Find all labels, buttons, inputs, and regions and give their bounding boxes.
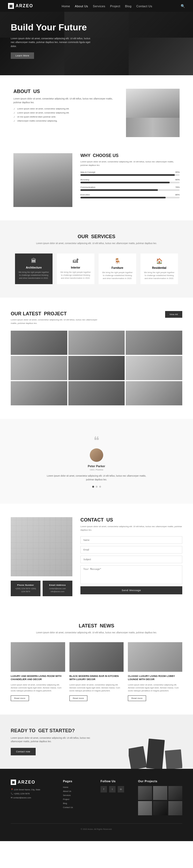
furniture-text: We bring the right people together to ch… bbox=[102, 271, 133, 280]
linkedin-icon[interactable]: in bbox=[118, 786, 124, 793]
project-thumb-7[interactable] bbox=[11, 381, 67, 405]
cta-box-1 bbox=[129, 746, 147, 769]
read-more-2[interactable]: Read more bbox=[69, 695, 88, 701]
news-thumb-3 bbox=[128, 642, 182, 672]
nav-link-home[interactable]: Home bbox=[62, 5, 70, 8]
search-icon[interactable]: 🔍 bbox=[181, 4, 185, 8]
footer-project-1[interactable] bbox=[138, 786, 152, 800]
dot-2[interactable] bbox=[96, 486, 98, 488]
project-thumb-2[interactable] bbox=[68, 331, 125, 355]
read-more-1[interactable]: Read more bbox=[11, 695, 29, 701]
footer-link-services[interactable]: Services bbox=[63, 794, 92, 797]
logo-icon bbox=[8, 3, 14, 9]
project-thumb-3[interactable] bbox=[126, 331, 182, 355]
testimonial-section: ❝ Peter Parker CEO, Pixelme Lorem ipsum … bbox=[0, 419, 193, 504]
hero-button[interactable]: Learn More bbox=[11, 53, 34, 59]
contact-form-area: CONTACT US Lorem ipsum dolor sit amet, c… bbox=[80, 517, 182, 594]
skill-accuracy: Accuracy 90% bbox=[80, 179, 180, 183]
facebook-icon[interactable]: f bbox=[101, 786, 107, 793]
footer-logo-icon bbox=[11, 780, 16, 785]
interior-icon: 🛋 bbox=[60, 258, 91, 264]
subject-field[interactable] bbox=[80, 556, 182, 563]
cta-button[interactable]: Contact now bbox=[11, 748, 36, 755]
furniture-icon: 🪑 bbox=[102, 258, 133, 264]
contact-section: Phone Number +(000) 1234 5678 +(000) 123… bbox=[0, 504, 193, 610]
contact-phone-value: +(000) 1234 5678 +(000) 1234 5679 bbox=[13, 587, 38, 593]
testimonial-name: Peter Parker bbox=[11, 465, 182, 468]
service-residential: 🏠 Residential We bring the right people … bbox=[141, 253, 178, 284]
testimonial-text: Lorem ipsum dolor sit amet, consectetur … bbox=[43, 474, 150, 482]
furniture-name: Furniture bbox=[102, 267, 133, 269]
footer-nav-links: Home About Us Services Project Blog Cont… bbox=[63, 786, 92, 809]
news-text-1: Lorem ipsum dolor sit amet, consectetur … bbox=[11, 683, 65, 692]
contact-description: Lorem ipsum dolor sit amet, consectetur … bbox=[80, 525, 182, 532]
hero-title: Build Your Future bbox=[11, 22, 182, 33]
about-list-item: Lorem ipsum dolor sit amet, consectetur … bbox=[13, 107, 118, 110]
message-field[interactable] bbox=[80, 565, 182, 584]
project-thumb-5[interactable] bbox=[68, 356, 125, 380]
project-thumb-9[interactable] bbox=[126, 381, 182, 405]
footer-link-about[interactable]: About Us bbox=[63, 790, 92, 793]
footer-social: Follow Us f t in bbox=[101, 780, 130, 815]
footer: ARZEO 📍 1234 Street Name, City, State 📞 … bbox=[0, 769, 193, 841]
services-grid: 🏛 Architecture We bring the right people… bbox=[11, 253, 182, 284]
footer-link-project[interactable]: Project bbox=[63, 798, 92, 801]
skill-accuracy-percent: 90% bbox=[175, 179, 180, 181]
footer-project-4[interactable] bbox=[138, 801, 152, 815]
cta-box-2 bbox=[146, 738, 164, 769]
project-thumb-6[interactable] bbox=[126, 356, 182, 380]
skill-communication-percent: 78% bbox=[175, 186, 180, 188]
email-field[interactable] bbox=[80, 546, 182, 554]
send-message-button[interactable]: Send Message bbox=[80, 586, 182, 594]
interior-text: We bring the right people together to ch… bbox=[60, 271, 91, 280]
choose-section: WHY CHOOSE US Lorem ipsum dolor sit amet… bbox=[0, 148, 193, 220]
footer-follow-title: Follow Us bbox=[101, 780, 130, 783]
nav-link-services[interactable]: Services bbox=[93, 5, 105, 8]
project-thumb-4[interactable] bbox=[11, 356, 67, 380]
nav-link-about[interactable]: About Us bbox=[75, 5, 88, 8]
footer-project-6[interactable] bbox=[168, 801, 182, 815]
footer-grid: ARZEO 📍 1234 Street Name, City, State 📞 … bbox=[11, 780, 182, 815]
footer-project-5[interactable] bbox=[153, 801, 167, 815]
news-text-3: Lorem ipsum dolor sit amet, consectetur … bbox=[128, 683, 182, 692]
navigation: ARZEO Home About Us Services Project Blo… bbox=[0, 0, 193, 12]
footer-link-blog[interactable]: Blog bbox=[63, 802, 92, 805]
read-more-3[interactable]: Read more bbox=[128, 695, 146, 701]
news-title-2: BLACK MODERN DINING BAR IN KITCHEN WITH … bbox=[69, 675, 124, 681]
contact-email-box: Email Address contact@arzeo.com info@arz… bbox=[43, 581, 72, 596]
residential-icon: 🏠 bbox=[144, 258, 175, 264]
footer-projects-grid bbox=[138, 786, 182, 815]
footer-pages-title: Pages bbox=[63, 780, 92, 783]
news-text-2: Lorem ipsum dolor sit amet, consectetur … bbox=[69, 683, 124, 692]
cta-box-3 bbox=[165, 749, 182, 769]
project-thumb-1[interactable] bbox=[11, 331, 67, 355]
about-list-item: Ut mio quam eleifend diam pulvinar ante. bbox=[13, 116, 118, 118]
nav-link-contact[interactable]: Contact Us bbox=[137, 5, 152, 8]
nav-link-project[interactable]: Project bbox=[110, 5, 120, 8]
services-description: Lorem ipsum dolor sit amet, consectetur … bbox=[11, 242, 182, 245]
nav-logo: ARZEO bbox=[8, 3, 33, 9]
footer-link-home[interactable]: Home bbox=[63, 786, 92, 788]
social-icons-row: f t in bbox=[101, 786, 130, 793]
news-card-2: BLACK MODERN DINING BAR IN KITCHEN WITH … bbox=[69, 642, 124, 701]
news-grid: LUXURY AND MODERN LIVING ROOM WITH CHAND… bbox=[11, 642, 182, 701]
projects-description: Lorem ipsum dolor sit amet, consectetur … bbox=[11, 318, 102, 325]
dot-1[interactable] bbox=[92, 486, 94, 488]
project-thumb-8[interactable] bbox=[68, 381, 125, 405]
contact-email-value: contact@arzeo.com info@arzeo.com bbox=[45, 587, 70, 593]
bathroom-image bbox=[126, 89, 180, 137]
twitter-icon[interactable]: t bbox=[109, 786, 116, 793]
footer-project-3[interactable] bbox=[168, 786, 182, 800]
architecture-text: We bring the right people together to ch… bbox=[18, 271, 49, 280]
projects-section: OUR LATEST PROJECT Lorem ipsum dolor sit… bbox=[0, 298, 193, 419]
skill-communication-bar bbox=[80, 189, 158, 191]
footer-project-2[interactable] bbox=[153, 786, 167, 800]
nav-link-blog[interactable]: Blog bbox=[125, 5, 131, 8]
view-all-button[interactable]: View All bbox=[165, 311, 182, 318]
choose-content: WHY CHOOSE US Lorem ipsum dolor sit amet… bbox=[80, 153, 180, 201]
testimonial-dots bbox=[11, 486, 182, 488]
footer-link-contact[interactable]: Contact Us bbox=[63, 806, 92, 809]
dot-3[interactable] bbox=[99, 486, 101, 488]
name-field[interactable] bbox=[80, 536, 182, 544]
skill-idea: Idea & Concept 95% bbox=[80, 171, 180, 176]
